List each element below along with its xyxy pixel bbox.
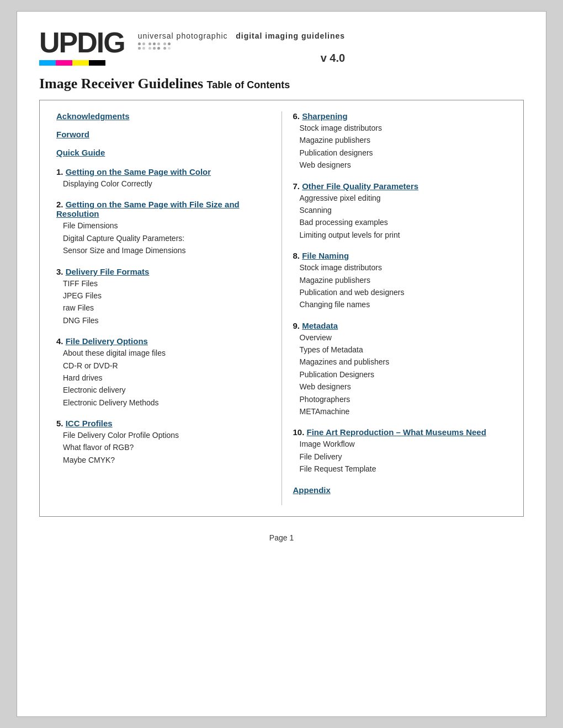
toc-section-9-num: 9.	[293, 321, 300, 330]
toc-link-section-1[interactable]: Getting on the Same Page with Color	[66, 167, 211, 176]
dot-row	[138, 42, 145, 45]
toc-link-appendix[interactable]: Appendix	[293, 485, 331, 495]
toc-section-8-sub-3: Publication and web designers	[293, 286, 507, 298]
dot	[168, 42, 171, 45]
dot	[138, 42, 141, 45]
toc-link-section-10[interactable]: Fine Art Reproduction – What Museums Nee…	[307, 427, 486, 437]
toc-link-section-2[interactable]: Getting on the Same Page with File Size …	[56, 200, 240, 218]
tagline-bottom-text: digital imaging guidelines	[236, 31, 345, 40]
toc-section-9-sub-5: Web designers	[293, 381, 507, 393]
toc-section-8-sub-2: Magazine publishers	[293, 274, 507, 286]
toc-section-9: 9. Metadata Overview Types of Metadata M…	[293, 321, 507, 418]
toc-link-section-4[interactable]: File Delivery Options	[66, 336, 148, 346]
dot	[142, 42, 145, 45]
page-container: UPDIG universal photographic digital ima…	[17, 11, 546, 717]
toc-section-7-sub-2: Scanning	[293, 204, 507, 216]
toc-link-section-5[interactable]: ICC Profiles	[66, 419, 113, 428]
toc-section-4-sub-2: CD-R or DVD-R	[56, 360, 270, 372]
toc-section-3-num: 3.	[56, 267, 63, 276]
toc-section-6-sub-4: Web designers	[293, 159, 507, 171]
toc-section-10-sub-1: Image Workflow	[293, 438, 507, 450]
dot	[148, 47, 151, 50]
toc-section-7-sub-3: Bad processing examples	[293, 216, 507, 228]
logo-letters: UPDIG	[39, 28, 125, 57]
toc-link-section-3[interactable]: Delivery File Formats	[66, 267, 150, 276]
toc-section-3: 3. Delivery File Formats TIFF Files JPEG…	[56, 267, 270, 327]
toc-section-6-sub-2: Magazine publishers	[293, 134, 507, 146]
toc-link-section-8[interactable]: File Naming	[302, 251, 349, 260]
dot	[142, 47, 145, 50]
toc-section-1-sub-1: Displaying Color Correctly	[56, 178, 270, 190]
dot-group-1	[138, 42, 145, 50]
toc-section-1: 1. Getting on the Same Page with Color D…	[56, 167, 270, 190]
dot-group-3	[163, 42, 171, 50]
toc-section-4: 4. File Delivery Options About these dig…	[56, 336, 270, 409]
header: UPDIG universal photographic digital ima…	[39, 28, 524, 66]
toc-section-8-sub-1: Stock image distributors	[293, 261, 507, 274]
page-title: Image Receiver Guidelines Table of Conte…	[39, 76, 524, 92]
dot	[157, 42, 160, 45]
page-footer: Page 1	[39, 533, 524, 542]
tagline-top-text: universal photographic	[138, 31, 228, 40]
toc-section-7-title: 7. Other File Quality Parameters	[293, 181, 507, 191]
toc-section-10-sub-3: File Request Template	[293, 463, 507, 475]
toc-section-3-sub-4: DNG Files	[56, 314, 270, 326]
toc-appendix: Appendix	[293, 485, 507, 495]
toc-section-3-sub-1: TIFF Files	[56, 277, 270, 290]
title-toc: Table of Contents	[207, 79, 290, 90]
toc-section-8: 8. File Naming Stock image distributors …	[293, 251, 507, 311]
toc-link-section-7[interactable]: Other File Quality Parameters	[302, 181, 418, 191]
toc-section-9-sub-4: Publication Designers	[293, 368, 507, 381]
toc-section-10: 10. Fine Art Reproduction – What Museums…	[293, 427, 507, 475]
toc-section-9-sub-2: Types of Metadata	[293, 344, 507, 356]
toc-section-8-num: 8.	[293, 251, 300, 260]
toc-section-5-sub-2: What flavor of RGB?	[56, 441, 270, 453]
toc-section-4-sub-1: About these digital image files	[56, 347, 270, 359]
toc-section-9-title: 9. Metadata	[293, 321, 507, 330]
logo-left: UPDIG	[39, 28, 125, 66]
toc-link-quick-guide[interactable]: Quick Guide	[56, 148, 270, 157]
toc-section-2-title: 2. Getting on the Same Page with File Si…	[56, 200, 270, 218]
toc-link-section-6[interactable]: Sharpening	[302, 111, 348, 121]
toc-section-5-sub-3: Maybe CMYK?	[56, 454, 270, 466]
toc-section-4-title: 4. File Delivery Options	[56, 336, 270, 346]
toc-section-5-sub-1: File Delivery Color Profile Options	[56, 429, 270, 441]
toc-section-6-sub-3: Publication designers	[293, 147, 507, 159]
dot	[168, 47, 171, 50]
toc-section-2-sub-1: File Dimensions	[56, 220, 270, 232]
dot-group-2	[148, 42, 160, 50]
toc-section-5: 5. ICC Profiles File Delivery Color Prof…	[56, 419, 270, 466]
toc-section-4-num: 4.	[56, 336, 63, 346]
toc-section-9-sub-3: Magazines and publishers	[293, 356, 507, 368]
dot	[138, 47, 141, 50]
dot	[163, 42, 166, 45]
toc-link-section-9[interactable]: Metadata	[302, 321, 338, 330]
toc-section-7-sub-4: Limiting output levels for print	[293, 229, 507, 241]
toc-section-9-sub-7: METAmachine	[293, 405, 507, 417]
logo-tagline-top: universal photographic digital imaging g…	[138, 31, 345, 40]
logo-right: universal photographic digital imaging g…	[138, 28, 345, 65]
dot-row	[148, 47, 160, 50]
toc-right-column: 6. Sharpening Stock image distributors M…	[282, 111, 518, 505]
toc-standalone-links: Acknowledgments Forword Quick Guide	[56, 111, 270, 157]
toc-section-10-sub-2: File Delivery	[293, 451, 507, 463]
toc-section-7-sub-1: Aggressive pixel editing	[293, 192, 507, 204]
dot-row	[148, 42, 160, 45]
toc-link-forword[interactable]: Forword	[56, 130, 270, 139]
dot	[153, 47, 156, 50]
dot-row	[163, 47, 171, 50]
toc-link-acknowledgments[interactable]: Acknowledgments	[56, 111, 270, 121]
dot	[153, 42, 156, 45]
toc-section-1-num: 1.	[56, 167, 63, 176]
dot-row	[138, 47, 145, 50]
toc-section-5-title: 5. ICC Profiles	[56, 419, 270, 428]
toc-section-3-sub-3: raw Files	[56, 302, 270, 314]
toc-section-3-sub-2: JPEG Files	[56, 290, 270, 302]
toc-section-9-sub-1: Overview	[293, 331, 507, 344]
toc-section-9-sub-6: Photographers	[293, 393, 507, 405]
toc-section-4-sub-5: Electronic Delivery Methods	[56, 397, 270, 409]
toc-section-7-num: 7.	[293, 181, 300, 191]
toc-section-5-num: 5.	[56, 419, 63, 428]
footer-label: Page 1	[269, 533, 294, 542]
toc-section-10-title: 10. Fine Art Reproduction – What Museums…	[293, 427, 507, 437]
